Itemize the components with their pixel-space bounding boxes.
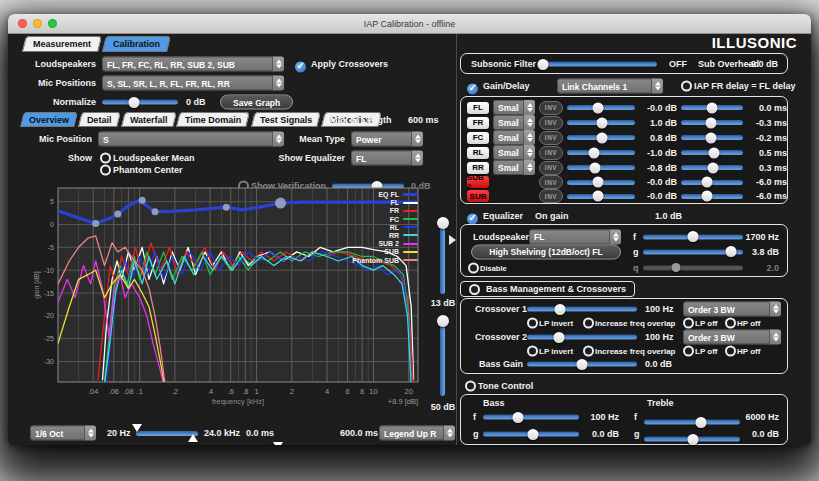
channel-fr-delay-slider[interactable] xyxy=(681,120,743,125)
channel-fl-gain-slider[interactable] xyxy=(567,105,635,110)
crossover2-hp-off-radio[interactable] xyxy=(725,345,736,356)
stepper-icon[interactable] xyxy=(272,132,284,147)
channel-sub-gain-slider[interactable] xyxy=(567,194,635,199)
channel-fc-invert-button[interactable]: INV xyxy=(539,131,563,145)
channel-sub2-delay-slider[interactable] xyxy=(681,180,743,185)
crossover1-hp-off-radio[interactable] xyxy=(725,317,736,328)
mic-position-row: Mic Position S Mean Type Power xyxy=(8,131,456,147)
channel-fr-gain-slider[interactable] xyxy=(567,120,635,125)
chart-range-vslider[interactable] xyxy=(440,316,445,396)
channel-rl-gain-slider[interactable] xyxy=(567,150,635,155)
channel-fc-gain-slider[interactable] xyxy=(567,135,635,140)
bass-management-header[interactable]: Bass Management & Crossovers xyxy=(460,281,635,297)
channel-rr-invert-button[interactable]: INV xyxy=(539,161,563,175)
save-graph-button[interactable]: Save Graph xyxy=(220,95,293,110)
tone-control-radio[interactable] xyxy=(465,381,476,392)
bass-management-radio[interactable] xyxy=(469,284,480,295)
minimize-window-button[interactable] xyxy=(33,19,42,28)
channel-sub2-button[interactable]: SUB 2 xyxy=(467,176,489,188)
stepper-icon[interactable] xyxy=(523,145,535,160)
close-window-button[interactable] xyxy=(18,19,27,28)
stepper-icon[interactable] xyxy=(411,132,423,147)
eq-shelving-button[interactable]: High Shelving (12dB/oct) FL xyxy=(471,244,621,259)
channel-rl-button[interactable]: RL xyxy=(467,147,489,159)
channel-fl-invert-button[interactable]: INV xyxy=(539,101,563,115)
stepper-icon[interactable] xyxy=(443,426,455,441)
tab-measurement[interactable]: Measurement xyxy=(22,36,102,52)
stepper-icon[interactable] xyxy=(523,100,535,115)
stepper-icon[interactable] xyxy=(84,426,96,441)
channel-rr-delay-slider[interactable] xyxy=(681,165,743,170)
eq-g-slider[interactable] xyxy=(643,249,743,254)
channel-fc-delay-slider[interactable] xyxy=(681,135,743,140)
tab-calibration[interactable]: Calibration xyxy=(102,36,171,52)
channel-rr-button[interactable]: RR xyxy=(467,162,489,174)
tone-treble-g-slider[interactable] xyxy=(644,437,740,442)
stepper-icon[interactable] xyxy=(523,160,535,175)
channel-sub2-invert-button[interactable]: INV xyxy=(539,175,563,189)
channel-rl-invert-button[interactable]: INV xyxy=(539,146,563,160)
stepper-icon[interactable] xyxy=(609,229,621,244)
channel-rr-size-select[interactable]: Small 2 xyxy=(493,160,535,175)
tone-bass-g-slider[interactable] xyxy=(483,432,579,437)
time-range-slider[interactable] xyxy=(276,442,336,445)
channel-sub-delay-slider[interactable] xyxy=(681,194,743,199)
tone-bass-f-slider[interactable] xyxy=(483,415,579,420)
tone-treble-f-slider[interactable] xyxy=(644,420,740,425)
channel-fr-invert-button[interactable]: INV xyxy=(539,116,563,130)
channel-fl-size-select[interactable]: Small 1 xyxy=(493,100,535,115)
legend-position-select[interactable]: Legend Up R xyxy=(379,426,455,441)
eq-f-slider[interactable] xyxy=(643,234,743,239)
show-phantom-center-radio[interactable] xyxy=(100,165,111,176)
crossover2-lp-off-radio[interactable] xyxy=(683,345,694,356)
crossover1-order-select[interactable]: Order 3 BW xyxy=(683,302,781,317)
zoom-window-button[interactable] xyxy=(48,19,57,28)
crossover1-increase-overlap-radio[interactable] xyxy=(583,317,594,328)
channel-rr-gain-slider[interactable] xyxy=(567,165,635,170)
stepper-icon[interactable] xyxy=(523,115,535,130)
stepper-icon[interactable] xyxy=(651,79,663,94)
gain-delay-checkbox[interactable] xyxy=(467,84,478,95)
mic-positions-select[interactable]: S, SL, SR, L, R, FL, FR, RL, RR xyxy=(102,76,284,91)
smoothing-select[interactable]: 1/6 Oct xyxy=(30,426,96,441)
panel-collapse-arrow-icon[interactable] xyxy=(449,235,456,245)
crossover1-slider[interactable] xyxy=(527,307,637,312)
bass-gain-slider[interactable] xyxy=(527,362,637,367)
stepper-icon[interactable] xyxy=(769,330,781,345)
iap-fr-delay-radio[interactable] xyxy=(681,81,692,92)
equalizer-checkbox[interactable] xyxy=(467,214,478,225)
crossover2-slider[interactable] xyxy=(527,335,637,340)
crossover2-increase-overlap-radio[interactable] xyxy=(583,345,594,356)
eq-disable-radio[interactable] xyxy=(468,262,479,273)
channel-rl-size-select[interactable]: Small 2 xyxy=(493,145,535,160)
channel-fl-button[interactable]: FL xyxy=(467,102,489,114)
crossover1-lp-off-radio[interactable] xyxy=(683,317,694,328)
channel-fr-button[interactable]: FR xyxy=(467,117,489,129)
channel-fl-delay-slider[interactable] xyxy=(681,105,743,110)
chart-gain-vslider[interactable] xyxy=(440,218,445,294)
link-channels-select[interactable]: Link Channels 1 xyxy=(557,79,663,94)
mic-position-select[interactable]: S xyxy=(98,132,284,147)
crossover2-order-select[interactable]: Order 3 BW xyxy=(683,330,781,345)
stepper-icon[interactable] xyxy=(523,130,535,145)
channel-fr-size-select[interactable]: Small 1 xyxy=(493,115,535,130)
channel-fc-size-select[interactable]: Small 1 xyxy=(493,130,535,145)
stepper-icon[interactable] xyxy=(272,76,284,91)
crossover2-lp-invert-radio[interactable] xyxy=(527,345,538,356)
normalize-slider[interactable] xyxy=(102,100,178,105)
loudspeakers-select[interactable]: FL, FR, FC, RL, RR, SUB 2, SUB xyxy=(102,57,284,72)
stepper-icon[interactable] xyxy=(769,302,781,317)
apply-crossovers-checkbox[interactable] xyxy=(295,62,306,73)
channel-sub2-gain-slider[interactable] xyxy=(567,180,635,185)
freq-range-slider[interactable] xyxy=(136,424,198,442)
eq-loudspeaker-select[interactable]: FL xyxy=(529,229,621,244)
channel-rl-delay-slider[interactable] xyxy=(681,150,743,155)
mean-type-select[interactable]: Power xyxy=(351,132,423,147)
channel-fc-button[interactable]: FC xyxy=(467,132,489,144)
subsonic-filter-slider[interactable] xyxy=(539,62,657,67)
channel-sub-button[interactable]: SUB xyxy=(467,190,489,202)
crossover1-lp-invert-radio[interactable] xyxy=(527,317,538,328)
eq-q-slider[interactable] xyxy=(643,265,743,270)
stepper-icon[interactable] xyxy=(272,57,284,72)
channel-sub-invert-button[interactable]: INV xyxy=(539,189,563,203)
